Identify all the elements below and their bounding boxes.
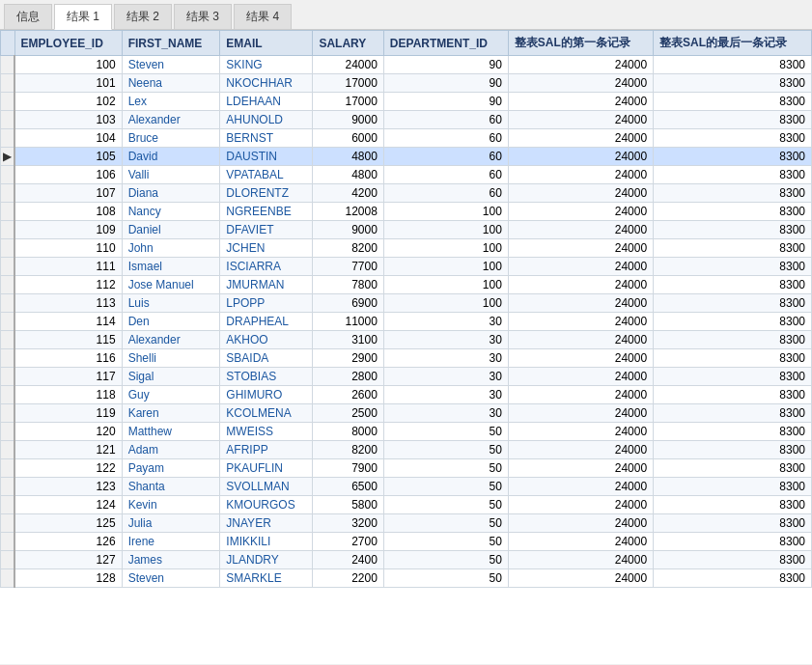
row-indicator <box>1 74 15 93</box>
cell-email: JLANDRY <box>220 551 313 569</box>
cell-department-id: 30 <box>383 349 508 368</box>
row-indicator <box>1 441 15 459</box>
cell-first-name: Ismael <box>122 258 220 276</box>
cell-first-name: Shanta <box>122 478 220 496</box>
row-indicator: ▶ <box>1 148 15 166</box>
table-row[interactable]: 111IsmaelISCIARRA7700100240008300 <box>1 258 812 276</box>
table-row[interactable]: 115AlexanderAKHOO310030240008300 <box>1 331 812 349</box>
table-row[interactable]: 110JohnJCHEN8200100240008300 <box>1 239 812 258</box>
tab-结果2[interactable]: 结果 2 <box>114 4 172 29</box>
cell-employee-id: 104 <box>14 129 122 148</box>
row-indicator <box>1 56 15 74</box>
table-row[interactable]: 109DanielDFAVIET9000100240008300 <box>1 221 812 239</box>
table-row[interactable]: 114DenDRAPHEAL1100030240008300 <box>1 313 812 331</box>
cell-email: AHUNOLD <box>220 111 313 129</box>
cell-last-sal: 8300 <box>654 258 812 276</box>
cell-first-name: Daniel <box>122 221 220 239</box>
row-indicator <box>1 239 15 258</box>
cell-email: SKING <box>220 56 313 74</box>
table-row[interactable]: 125JuliaJNAYER320050240008300 <box>1 514 812 533</box>
table-row[interactable]: 103AlexanderAHUNOLD900060240008300 <box>1 111 812 129</box>
cell-employee-id: 107 <box>14 184 122 203</box>
table-row[interactable]: 124KevinKMOURGOS580050240008300 <box>1 496 812 514</box>
cell-employee-id: 116 <box>14 349 122 368</box>
cell-department-id: 100 <box>383 239 508 258</box>
cell-first-sal: 24000 <box>508 56 653 74</box>
table-row[interactable]: 113LuisLPOPP6900100240008300 <box>1 294 812 313</box>
cell-first-name: Steven <box>122 569 220 588</box>
cell-first-name: Neena <box>122 74 220 93</box>
col-header-SALARY: SALARY <box>313 31 383 56</box>
cell-email: DRAPHEAL <box>220 313 313 331</box>
cell-email: NKOCHHAR <box>220 74 313 93</box>
row-indicator <box>1 386 15 404</box>
table-row[interactable]: 116ShelliSBAIDA290030240008300 <box>1 349 812 368</box>
cell-first-sal: 24000 <box>508 276 653 294</box>
cell-employee-id: 110 <box>14 239 122 258</box>
cell-first-name: Valli <box>122 166 220 184</box>
col-header-整表SAL的第一条记录: 整表SAL的第一条记录 <box>508 31 653 56</box>
cell-email: VPATABAL <box>220 166 313 184</box>
row-indicator <box>1 331 15 349</box>
row-indicator <box>1 349 15 368</box>
cell-last-sal: 8300 <box>654 423 812 441</box>
cell-first-sal: 24000 <box>508 258 653 276</box>
cell-email: JMURMAN <box>220 276 313 294</box>
table-row[interactable]: 112Jose ManuelJMURMAN7800100240008300 <box>1 276 812 294</box>
row-indicator <box>1 184 15 203</box>
cell-department-id: 30 <box>383 368 508 386</box>
cell-salary: 4200 <box>313 184 383 203</box>
table-row[interactable]: 101NeenaNKOCHHAR1700090240008300 <box>1 74 812 93</box>
cell-first-sal: 24000 <box>508 349 653 368</box>
cell-employee-id: 119 <box>14 404 122 423</box>
table-row[interactable]: 119KarenKCOLMENA250030240008300 <box>1 404 812 423</box>
cell-last-sal: 8300 <box>654 331 812 349</box>
table-row[interactable]: 122PayamPKAUFLIN790050240008300 <box>1 459 812 478</box>
table-row[interactable]: 121AdamAFRIPP820050240008300 <box>1 441 812 459</box>
table-row[interactable]: 104BruceBERNST600060240008300 <box>1 129 812 148</box>
cell-department-id: 50 <box>383 459 508 478</box>
cell-employee-id: 113 <box>14 294 122 313</box>
cell-employee-id: 108 <box>14 203 122 221</box>
tab-结果4[interactable]: 结果 4 <box>234 4 292 29</box>
cell-department-id: 100 <box>383 294 508 313</box>
table-row[interactable]: 117SigalSTOBIAS280030240008300 <box>1 368 812 386</box>
table-row[interactable]: 108NancyNGREENBE12008100240008300 <box>1 203 812 221</box>
table-row[interactable]: 120MatthewMWEISS800050240008300 <box>1 423 812 441</box>
cell-first-name: Diana <box>122 184 220 203</box>
cell-email: GHIMURO <box>220 386 313 404</box>
row-indicator <box>1 569 15 588</box>
cell-employee-id: 109 <box>14 221 122 239</box>
table-row[interactable]: 100StevenSKING2400090240008300 <box>1 56 812 74</box>
cell-first-name: Den <box>122 313 220 331</box>
cell-salary: 8200 <box>313 239 383 258</box>
table-row[interactable]: 106ValliVPATABAL480060240008300 <box>1 166 812 184</box>
cell-first-name: Alexander <box>122 111 220 129</box>
tab-信息[interactable]: 信息 <box>4 4 52 29</box>
cell-first-sal: 24000 <box>508 514 653 533</box>
cell-department-id: 60 <box>383 129 508 148</box>
tab-结果3[interactable]: 结果 3 <box>174 4 232 29</box>
col-header-EMAIL: EMAIL <box>220 31 313 56</box>
table-row[interactable]: 118GuyGHIMURO260030240008300 <box>1 386 812 404</box>
cell-first-name: Julia <box>122 514 220 533</box>
cell-email: AFRIPP <box>220 441 313 459</box>
table-row[interactable]: 102LexLDEHAAN1700090240008300 <box>1 93 812 111</box>
table-row[interactable]: 126IreneIMIKKILI270050240008300 <box>1 533 812 551</box>
cell-department-id: 50 <box>383 551 508 569</box>
table-row[interactable]: 128StevenSMARKLE220050240008300 <box>1 569 812 588</box>
table-row[interactable]: 123ShantaSVOLLMAN650050240008300 <box>1 478 812 496</box>
row-indicator <box>1 533 15 551</box>
cell-last-sal: 8300 <box>654 441 812 459</box>
cell-first-sal: 24000 <box>508 221 653 239</box>
cell-employee-id: 123 <box>14 478 122 496</box>
cell-last-sal: 8300 <box>654 404 812 423</box>
cell-first-sal: 24000 <box>508 441 653 459</box>
table-row[interactable]: 107DianaDLORENTZ420060240008300 <box>1 184 812 203</box>
cell-email: DAUSTIN <box>220 148 313 166</box>
cell-first-name: Lex <box>122 93 220 111</box>
table-row[interactable]: ▶105DavidDAUSTIN480060240008300 <box>1 148 812 166</box>
cell-last-sal: 8300 <box>654 221 812 239</box>
tab-结果1[interactable]: 结果 1 <box>54 4 112 30</box>
table-row[interactable]: 127JamesJLANDRY240050240008300 <box>1 551 812 569</box>
